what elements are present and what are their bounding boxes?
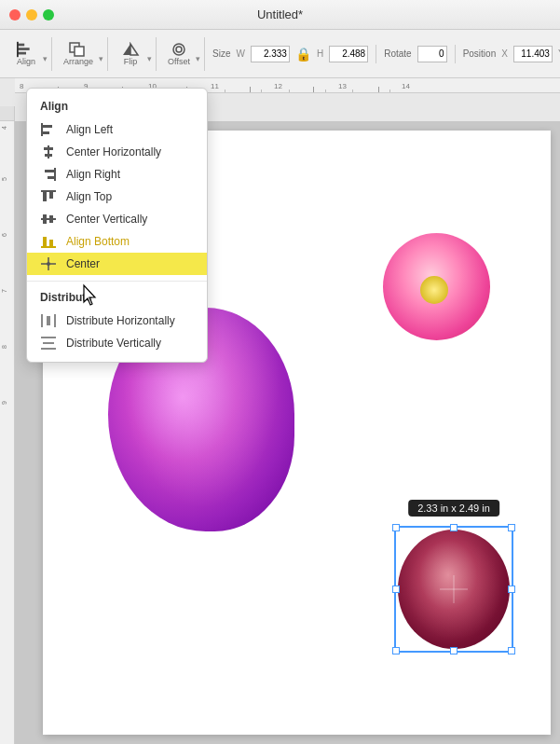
center-horizontally-label: Center Horizontally — [66, 145, 161, 158]
center-vertically-item[interactable]: Center Vertically — [27, 208, 207, 230]
center-v-icon — [40, 213, 57, 226]
svg-rect-31 — [41, 314, 43, 327]
svg-rect-15 — [45, 154, 52, 157]
rotate-input[interactable] — [417, 46, 447, 62]
handle-top-middle[interactable] — [450, 524, 458, 531]
svg-marker-7 — [130, 44, 138, 55]
svg-rect-34 — [41, 337, 56, 338]
position-label: Position — [463, 48, 497, 59]
center-vertically-label: Center Vertically — [66, 213, 147, 226]
size-tooltip: 2.33 in x 2.49 in — [408, 500, 499, 517]
offset-toolbar-btn[interactable]: Offset — [164, 40, 194, 68]
handle-top-right[interactable] — [508, 524, 515, 531]
handle-middle-right[interactable] — [508, 586, 515, 593]
x-input[interactable] — [513, 46, 553, 62]
window-title: Untitled* — [257, 7, 303, 21]
align-top-icon — [40, 190, 57, 203]
align-right-item[interactable]: Align Right — [27, 163, 207, 186]
svg-rect-3 — [17, 41, 19, 56]
dist-v-icon — [40, 337, 57, 350]
center-h-icon — [40, 145, 57, 158]
menu-divider — [27, 281, 207, 282]
align-left-item[interactable]: Align Left — [27, 118, 207, 141]
dist-h-icon — [40, 314, 57, 327]
svg-rect-14 — [44, 147, 53, 150]
align-bottom-item[interactable]: Align Bottom — [27, 230, 207, 253]
arrange-toolbar-btn[interactable]: Arrange — [60, 40, 97, 68]
size-label: Size — [212, 48, 230, 59]
svg-rect-0 — [18, 43, 24, 46]
ruler-corner — [0, 106, 15, 121]
svg-rect-5 — [75, 47, 84, 56]
align-bottom-label: Align Bottom — [66, 235, 130, 248]
svg-rect-10 — [41, 123, 43, 136]
offset-group: Offset ▾ — [160, 37, 205, 71]
maximize-button[interactable] — [43, 9, 54, 21]
svg-rect-18 — [48, 176, 54, 179]
align-label: Align — [17, 57, 35, 66]
align-section-title: Align — [27, 96, 207, 118]
handle-bottom-middle[interactable] — [450, 647, 458, 654]
center-horizontally-item[interactable]: Center Horizontally — [27, 141, 207, 163]
width-input[interactable] — [251, 46, 290, 62]
selection-border — [394, 526, 513, 653]
distribute-vertically-item[interactable]: Distribute Vertically — [27, 332, 207, 354]
svg-rect-32 — [54, 314, 56, 327]
svg-rect-17 — [45, 170, 54, 172]
svg-rect-35 — [41, 348, 56, 350]
svg-point-9 — [176, 47, 182, 52]
handle-top-left[interactable] — [392, 524, 400, 531]
align-bottom-icon — [40, 235, 57, 248]
handle-bottom-left[interactable] — [392, 647, 400, 654]
distribute-horizontally-label: Distribute Horizontally — [66, 314, 175, 327]
distribute-horizontally-item[interactable]: Distribute Horizontally — [27, 310, 207, 332]
svg-marker-6 — [123, 44, 130, 55]
svg-rect-21 — [49, 192, 53, 199]
svg-rect-36 — [43, 342, 54, 344]
rotate-label: Rotate — [384, 48, 411, 59]
svg-rect-24 — [49, 215, 53, 223]
center-item[interactable]: Center — [27, 253, 207, 275]
svg-point-8 — [173, 44, 184, 55]
svg-rect-16 — [54, 168, 56, 181]
svg-rect-1 — [18, 48, 30, 50]
svg-rect-27 — [49, 240, 53, 246]
center-icon — [40, 257, 57, 270]
svg-rect-33 — [47, 316, 50, 325]
flip-label: Flip — [124, 57, 138, 66]
handle-bottom-right[interactable] — [508, 647, 515, 654]
offset-label: Offset — [168, 57, 190, 66]
svg-rect-19 — [41, 190, 56, 192]
align-group: Align ▾ — [7, 37, 52, 71]
svg-rect-20 — [43, 192, 47, 201]
flip-toolbar-btn[interactable]: Flip — [116, 40, 145, 68]
svg-rect-2 — [18, 51, 26, 54]
main-toolbar: Align ▾ Arrange ▾ Flip ▾ — [0, 30, 560, 78]
arrange-group: Arrange ▾ — [56, 37, 108, 71]
align-left-icon — [40, 123, 57, 136]
align-top-label: Align Top — [66, 190, 112, 203]
ruler-vertical: 4 5 6 7 8 9 — [0, 121, 15, 744]
svg-rect-11 — [43, 125, 52, 128]
center-label: Center — [66, 257, 100, 270]
svg-rect-23 — [43, 214, 47, 224]
align-left-label: Align Left — [66, 123, 113, 136]
align-dropdown-menu: Align Align Left Center Horizontally — [26, 88, 208, 363]
minimize-button[interactable] — [26, 9, 37, 21]
close-button[interactable] — [9, 9, 20, 21]
distribute-section-title: Distribute — [27, 287, 207, 310]
window-controls[interactable] — [9, 9, 54, 21]
height-input[interactable] — [329, 46, 368, 62]
align-toolbar-btn[interactable]: Align — [11, 40, 41, 68]
align-right-label: Align Right — [66, 168, 120, 181]
distribute-vertically-label: Distribute Vertically — [66, 337, 161, 350]
selected-flower-container[interactable]: 2.33 in x 2.49 in — [394, 526, 513, 653]
title-bar: Untitled* — [0, 0, 560, 30]
svg-rect-25 — [41, 246, 56, 248]
align-right-icon — [40, 168, 57, 181]
svg-rect-26 — [43, 237, 47, 246]
handle-middle-left[interactable] — [392, 586, 400, 593]
align-top-item[interactable]: Align Top — [27, 186, 207, 208]
flip-group: Flip ▾ — [112, 37, 157, 71]
arrange-label: Arrange — [63, 57, 93, 66]
